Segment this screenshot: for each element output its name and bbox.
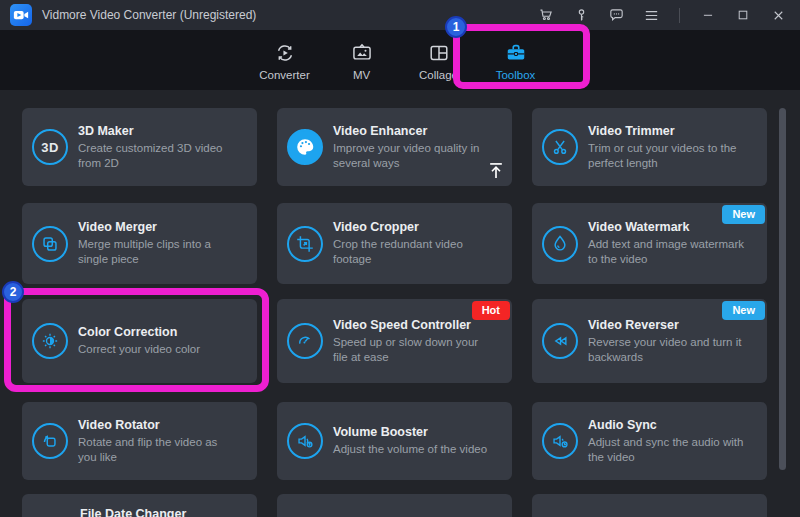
tool-description: Improve your video quality in several wa… bbox=[333, 141, 493, 171]
tool-card-volume-booster[interactable]: Volume Booster Adjust the volume of the … bbox=[277, 402, 512, 480]
tool-description: Trim or cut your videos to the perfect l… bbox=[588, 141, 748, 171]
tool-description: Speed up or slow down your file at ease bbox=[333, 335, 493, 365]
close-button[interactable] bbox=[768, 5, 788, 25]
tool-title: Color Correction bbox=[78, 325, 200, 339]
crop-icon bbox=[287, 226, 323, 262]
tool-description: Reverse your video and turn it backwards bbox=[588, 335, 748, 365]
tool-title: Audio Sync bbox=[588, 418, 748, 432]
scroll-to-top-icon[interactable] bbox=[484, 159, 508, 183]
tab-collage[interactable]: Collage bbox=[400, 30, 477, 90]
sun-icon bbox=[32, 323, 68, 359]
step-1-badge: 1 bbox=[445, 16, 467, 38]
tool-card-file-date-changer[interactable]: File Date Changer bbox=[22, 494, 257, 517]
tool-card-3d-maker[interactable]: 3D 3D Maker Create customized 3D video f… bbox=[22, 108, 257, 186]
speaker-clock-icon bbox=[542, 423, 578, 459]
feedback-icon[interactable] bbox=[606, 5, 626, 25]
converter-icon bbox=[274, 42, 296, 64]
tool-description: Merge multiple clips into a single piece bbox=[78, 237, 238, 267]
tool-description: Rotate and flip the video as you like bbox=[78, 435, 238, 465]
tool-card-color-correction[interactable]: Color Correction Correct your video colo… bbox=[22, 299, 257, 383]
tool-title: Video Rotator bbox=[78, 418, 238, 432]
minimize-button[interactable] bbox=[698, 5, 718, 25]
step-2-badge: 2 bbox=[2, 281, 24, 303]
scissors-icon bbox=[542, 129, 578, 165]
tool-card-video-reverser[interactable]: Video Reverser Reverse your video and tu… bbox=[532, 299, 767, 383]
speaker-up-icon bbox=[287, 423, 323, 459]
tool-card-partial[interactable] bbox=[277, 494, 512, 517]
cart-icon[interactable] bbox=[536, 5, 556, 25]
new-badge: New bbox=[722, 301, 765, 320]
maximize-button[interactable] bbox=[733, 5, 753, 25]
collage-icon bbox=[428, 42, 450, 64]
palette-icon bbox=[287, 129, 323, 165]
tool-card-video-enhancer[interactable]: Video Enhancer Improve your video qualit… bbox=[277, 108, 512, 186]
tool-card-video-cropper[interactable]: Video Cropper Crop the redundant video f… bbox=[277, 203, 512, 284]
tool-card-audio-sync[interactable]: Audio Sync Adjust and sync the audio wit… bbox=[532, 402, 767, 480]
titlebar-separator bbox=[679, 8, 680, 23]
tool-title: Video Speed Controller bbox=[333, 318, 493, 332]
menu-icon[interactable] bbox=[641, 5, 661, 25]
tab-label: Toolbox bbox=[496, 69, 536, 81]
tool-description: Crop the redundant video footage bbox=[333, 237, 493, 267]
toolbox-icon bbox=[505, 42, 527, 64]
tool-description: Adjust the volume of the video bbox=[333, 442, 487, 457]
speedometer-icon bbox=[287, 323, 323, 359]
tool-card-video-trimmer[interactable]: Video Trimmer Trim or cut your videos to… bbox=[532, 108, 767, 186]
tool-card-video-rotator[interactable]: Video Rotator Rotate and flip the video … bbox=[22, 402, 257, 480]
tool-title: Video Merger bbox=[78, 220, 238, 234]
droplet-icon bbox=[542, 226, 578, 262]
mv-icon bbox=[351, 42, 373, 64]
tool-card-video-speed-controller[interactable]: Video Speed Controller Speed up or slow … bbox=[277, 299, 512, 383]
tool-title: Volume Booster bbox=[333, 425, 487, 439]
tool-description: Correct your video color bbox=[78, 342, 200, 357]
tool-card-video-merger[interactable]: Video Merger Merge multiple clips into a… bbox=[22, 203, 257, 284]
tab-label: MV bbox=[353, 69, 370, 81]
rewind-icon bbox=[542, 323, 578, 359]
tool-card-video-watermark[interactable]: Video Watermark Add text and image water… bbox=[532, 203, 767, 284]
tab-label: Collage bbox=[419, 69, 458, 81]
tab-converter[interactable]: Converter bbox=[246, 30, 323, 90]
tool-title: Video Cropper bbox=[333, 220, 493, 234]
tab-toolbox[interactable]: Toolbox bbox=[477, 30, 554, 90]
scrollbar-thumb[interactable] bbox=[779, 108, 786, 470]
merge-icon bbox=[32, 226, 68, 262]
rotate-icon bbox=[32, 423, 68, 459]
main-nav: Converter MV Collage Toolbox bbox=[0, 30, 800, 90]
tool-title: 3D Maker bbox=[78, 124, 238, 138]
tab-mv[interactable]: MV bbox=[323, 30, 400, 90]
app-window: Vidmore Video Converter (Unregistered) bbox=[0, 0, 800, 517]
tool-description: Add text and image watermark to the vide… bbox=[588, 237, 748, 267]
hot-badge: Hot bbox=[472, 301, 510, 320]
title-bar: Vidmore Video Converter (Unregistered) bbox=[0, 0, 800, 30]
tool-title: Video Enhancer bbox=[333, 124, 493, 138]
new-badge: New bbox=[722, 205, 765, 224]
window-title: Vidmore Video Converter (Unregistered) bbox=[42, 8, 256, 22]
tab-label: Converter bbox=[259, 69, 310, 81]
3d-icon: 3D bbox=[32, 129, 68, 165]
tool-description: Create customized 3D video from 2D bbox=[78, 141, 238, 171]
key-icon[interactable] bbox=[571, 5, 591, 25]
active-tab-underline bbox=[482, 83, 549, 86]
tool-card-partial[interactable] bbox=[532, 494, 767, 517]
tool-title: File Date Changer bbox=[80, 507, 186, 517]
tool-description: Adjust and sync the audio with the video bbox=[588, 435, 748, 465]
tool-title: Video Trimmer bbox=[588, 124, 748, 138]
app-logo-icon bbox=[10, 4, 32, 26]
